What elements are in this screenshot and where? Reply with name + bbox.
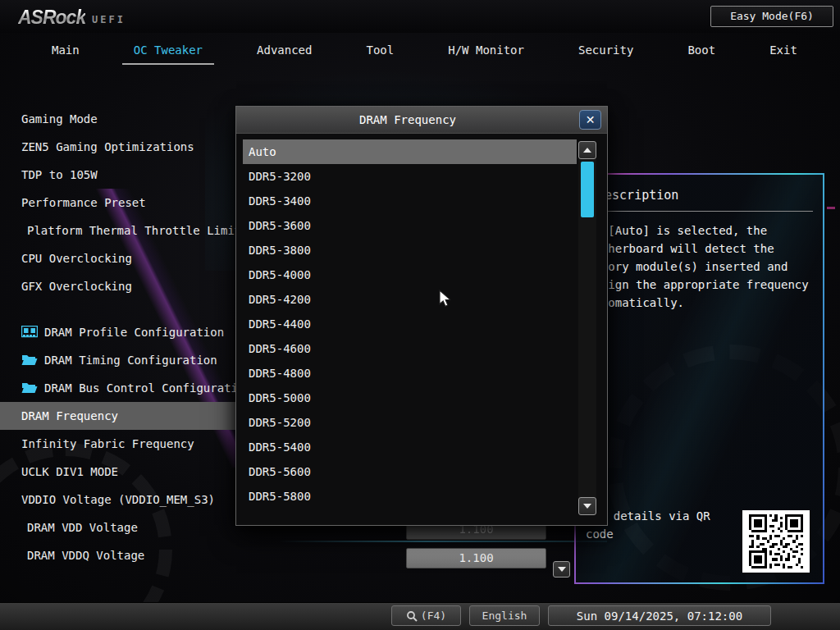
option-ddr5-5400[interactable]: DDR5-5400 bbox=[243, 435, 577, 459]
dram-frequency-dialog: DRAM Frequency ✕ Auto DDR5-3200 DDR5-340… bbox=[236, 107, 607, 525]
nav-tab-bar: Main OC Tweaker Advanced Tool H/W Monito… bbox=[25, 33, 824, 71]
option-ddr5-5000[interactable]: DDR5-5000 bbox=[243, 386, 577, 410]
qr-code bbox=[742, 510, 810, 573]
sidebar-item-zen5-gaming-optimizations[interactable]: ZEN5 Gaming Optimizations bbox=[0, 133, 241, 161]
easy-mode-button[interactable]: Easy Mode(F6) bbox=[710, 6, 833, 27]
tab-oc-tweaker[interactable]: OC Tweaker bbox=[122, 39, 214, 65]
dialog-scroll-up-button[interactable] bbox=[578, 141, 596, 159]
option-ddr5-4600[interactable]: DDR5-4600 bbox=[243, 336, 577, 361]
dialog-scroll-down-button[interactable] bbox=[578, 497, 596, 515]
description-separator bbox=[587, 211, 813, 212]
sidebar-item-dram-timing-configuration[interactable]: DRAM Timing Configuration bbox=[0, 346, 241, 374]
option-ddr5-3800[interactable]: DDR5-3800 bbox=[243, 238, 577, 262]
sidebar-item-dram-vddq-voltage[interactable]: DRAM VDDQ Voltage bbox=[0, 541, 241, 569]
page-scroll-down-button[interactable] bbox=[553, 561, 570, 578]
language-button[interactable]: English bbox=[469, 605, 540, 626]
frequency-option-list: Auto DDR5-3200 DDR5-3400 DDR5-3600 DDR5-… bbox=[243, 139, 577, 509]
sidebar-item-dram-profile-configuration[interactable]: DRAM Profile Configuration bbox=[0, 318, 241, 346]
search-hotkey-label: (F4) bbox=[421, 609, 446, 622]
folder-icon bbox=[21, 381, 38, 395]
tab-exit[interactable]: Exit bbox=[758, 39, 809, 65]
settings-list: Gaming Mode ZEN5 Gaming Optimizations TD… bbox=[0, 105, 241, 569]
close-button[interactable]: ✕ bbox=[579, 110, 601, 130]
option-ddr5-3400[interactable]: DDR5-3400 bbox=[243, 189, 577, 213]
dram-vddq-voltage-value[interactable]: 1.100 bbox=[406, 548, 546, 568]
dimm-profile-icon bbox=[21, 326, 38, 339]
option-ddr5-3600[interactable]: DDR5-3600 bbox=[243, 213, 577, 238]
mouse-cursor bbox=[439, 290, 454, 309]
folder-icon bbox=[21, 354, 38, 367]
option-ddr5-4800[interactable]: DDR5-4800 bbox=[243, 361, 577, 386]
sidebar-item-dram-frequency[interactable]: DRAM Frequency bbox=[0, 402, 241, 430]
option-ddr5-5200[interactable]: DDR5-5200 bbox=[243, 410, 577, 435]
option-ddr5-4200[interactable]: DDR5-4200 bbox=[243, 287, 577, 312]
arrow-up-icon bbox=[583, 148, 591, 153]
option-ddr5-4400[interactable]: DDR5-4400 bbox=[243, 312, 577, 336]
tab-boot[interactable]: Boot bbox=[676, 39, 727, 65]
description-text: If [Auto] is selected, the motherboard w… bbox=[576, 220, 823, 312]
option-ddr5-3200[interactable]: DDR5-3200 bbox=[243, 164, 577, 189]
sidebar-item-cpu-overclocking[interactable]: CPU Overclocking bbox=[0, 244, 241, 272]
option-ddr5-5600[interactable]: DDR5-5600 bbox=[243, 459, 577, 484]
sidebar-item-dram-bus-control-configuration[interactable]: DRAM Bus Control Configuration bbox=[0, 374, 241, 402]
tab-hw-monitor[interactable]: H/W Monitor bbox=[436, 39, 536, 65]
option-auto[interactable]: Auto bbox=[243, 139, 577, 164]
tab-tool[interactable]: Tool bbox=[355, 39, 406, 65]
sidebar-item-gfx-overclocking[interactable]: GFX Overclocking bbox=[0, 272, 241, 300]
uefi-label: UEFI bbox=[92, 14, 126, 25]
sidebar-item-infinity-fabric-frequency[interactable]: Infinity Fabric Frequency bbox=[0, 430, 241, 458]
sidebar-item-dram-vdd-voltage[interactable]: DRAM VDD Voltage bbox=[0, 514, 241, 541]
sidebar-item-tdp-to-105w[interactable]: TDP to 105W bbox=[0, 161, 241, 189]
sidebar-spacer bbox=[0, 300, 241, 318]
description-title: Description bbox=[576, 175, 823, 203]
search-button[interactable]: (F4) bbox=[391, 605, 461, 626]
dialog-scrollbar[interactable] bbox=[578, 141, 596, 515]
dialog-scrollbar-thumb[interactable] bbox=[581, 162, 594, 217]
tab-security[interactable]: Security bbox=[567, 39, 645, 65]
option-ddr5-5800[interactable]: DDR5-5800 bbox=[243, 484, 577, 509]
search-icon bbox=[406, 610, 418, 622]
sidebar-item-platform-thermal-throttle-limit[interactable]: Platform Thermal Throttle Limit bbox=[0, 217, 241, 244]
asrock-logo: ASRock bbox=[18, 7, 85, 29]
arrow-down-icon bbox=[558, 567, 566, 572]
sidebar-item-gaming-mode[interactable]: Gaming Mode bbox=[0, 105, 241, 133]
tab-main[interactable]: Main bbox=[40, 39, 91, 65]
background-circuit-trace bbox=[279, 541, 607, 542]
dialog-title: DRAM Frequency bbox=[236, 107, 607, 134]
close-icon: ✕ bbox=[586, 113, 596, 126]
background-pink-dash bbox=[827, 207, 835, 209]
status-bar: (F4) English Sun 09/14/2025, 07:12:00 bbox=[0, 602, 840, 630]
sidebar-item-uclk-div1-mode[interactable]: UCLK DIV1 MODE bbox=[0, 458, 241, 486]
uefi-screen: ASRock UEFI Easy Mode(F6) Main OC Tweake… bbox=[0, 0, 840, 630]
sidebar-item-vddio-voltage[interactable]: VDDIO Voltage (VDDIO_MEM_S3) bbox=[0, 486, 241, 514]
description-panel: Description If [Auto] is selected, the m… bbox=[574, 173, 824, 584]
datetime-display: Sun 09/14/2025, 07:12:00 bbox=[548, 605, 771, 626]
sidebar-item-performance-preset[interactable]: Performance Preset bbox=[0, 189, 241, 217]
tab-advanced[interactable]: Advanced bbox=[245, 39, 323, 65]
option-ddr5-4000[interactable]: DDR5-4000 bbox=[243, 262, 577, 287]
arrow-down-icon bbox=[583, 504, 591, 509]
dialog-header: DRAM Frequency bbox=[236, 107, 607, 134]
